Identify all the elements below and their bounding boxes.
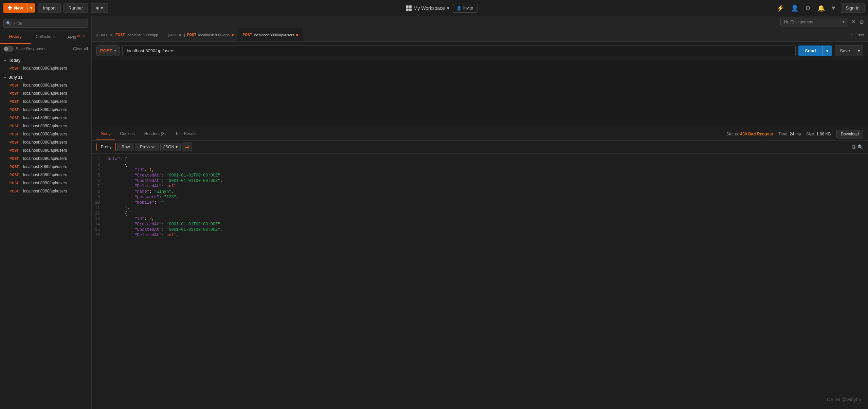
code-line: 12 { — [92, 211, 868, 216]
method-selector[interactable]: POST ▾ — [96, 45, 120, 56]
tab-headers[interactable]: Headers (3) — [140, 128, 170, 140]
send-button-group: Send ▾ — [798, 45, 832, 56]
workspace-button[interactable]: My Workspace ▾ — [406, 5, 449, 11]
raw-button[interactable]: Raw — [117, 143, 134, 151]
save-dropdown-button[interactable]: ▾ — [855, 45, 863, 56]
capture-button[interactable]: ⊕ ▾ — [91, 3, 108, 13]
gear-icon-btn[interactable]: ⚙ — [859, 19, 864, 25]
format-selector[interactable]: JSON ▾ — [160, 143, 181, 151]
bell-icon-btn[interactable]: 🔔 — [816, 3, 826, 13]
new-dropdown-button[interactable]: ▾ — [27, 3, 35, 13]
today-section-header[interactable]: ▼ Today — [0, 55, 91, 64]
list-item[interactable]: POSTlocalhost:8090/api/users — [0, 138, 91, 146]
toggle-knob — [4, 47, 8, 51]
code-line: 8 "name": "winyh", — [92, 189, 868, 194]
environment-label: No Environment — [784, 20, 813, 24]
main: 🔍 History Collections APIsBETA Save Resp… — [0, 16, 868, 409]
save-responses-label: Save Responses — [16, 47, 47, 51]
tab-req-3[interactable]: POST localhost:8090/api/users — [238, 28, 304, 41]
new-button-label: New — [14, 5, 23, 11]
save-button-group: Save ▾ — [835, 45, 863, 56]
tab-collections[interactable]: Collections — [31, 31, 61, 44]
add-tab-button[interactable]: + — [849, 31, 855, 39]
sidebar: 🔍 History Collections APIsBETA Save Resp… — [0, 16, 92, 409]
more-tabs-button[interactable]: ••• — [857, 31, 865, 39]
eye-icon-btn[interactable]: 👁 — [851, 19, 856, 25]
filter-input[interactable] — [3, 19, 88, 28]
method-arrow-icon: ▾ — [114, 49, 116, 53]
invite-icon: 👤 — [456, 6, 462, 11]
code-line: 14 "CreatedAt": "0001-01-01T00:00:00Z", — [92, 222, 868, 227]
list-item[interactable]: POSTlocalhost:8090/api/users — [0, 114, 91, 122]
heart-icon-btn[interactable]: ♥ — [830, 3, 837, 13]
search-icon: 🔍 — [6, 21, 11, 26]
save-button[interactable]: Save — [835, 45, 855, 56]
code-line: 13 "ID": 2, — [92, 216, 868, 222]
method-label: POST — [100, 48, 112, 53]
list-item[interactable]: POSTlocalhost:8090/api/users — [0, 171, 91, 179]
search-wrap: 🔍 — [3, 19, 88, 28]
env-chevron-icon: ▾ — [843, 20, 845, 24]
send-button[interactable]: Send — [798, 45, 823, 56]
unsaved-dot-active — [296, 34, 298, 36]
tab-history[interactable]: History — [0, 31, 31, 44]
person-icon-btn[interactable]: 👤 — [790, 3, 800, 13]
request-body — [92, 60, 868, 128]
tab-cookies[interactable]: Cookies — [115, 128, 139, 140]
july11-items: POSTlocalhost:8090/api/usersPOSTlocalhos… — [0, 81, 91, 195]
runner-button[interactable]: Runner — [64, 3, 88, 13]
code-line: 10 "mobile": "" — [92, 200, 868, 205]
tab-req-1[interactable]: [CONFLICT] POST localhost:3000/app — [92, 28, 163, 41]
tabs-actions: + ••• — [846, 31, 868, 39]
list-item[interactable]: POSTlocalhost:8090/api/users — [0, 130, 91, 138]
tab-body[interactable]: Body — [96, 128, 115, 140]
sidebar-search: 🔍 — [0, 16, 91, 31]
list-item[interactable]: POSTlocalhost:8090/api/users — [0, 122, 91, 130]
list-item[interactable]: POSTlocalhost:8090/api/users — [0, 81, 91, 89]
unsaved-dot — [232, 34, 234, 36]
list-item[interactable]: POSTlocalhost:8090/api/users — [0, 163, 91, 171]
list-item[interactable]: POSTlocalhost:8090/api/users — [0, 154, 91, 163]
response-area: Body Cookies Headers (3) Test Results St… — [92, 128, 868, 409]
code-line: 2"data": [ — [92, 156, 868, 162]
send-dropdown-button[interactable]: ▾ — [822, 45, 832, 56]
list-item[interactable]: POSTlocalhost:8090/api/users — [0, 187, 91, 195]
code-line: 16 "DeletedAt": null, — [92, 233, 868, 238]
format-arrow-icon: ▾ — [176, 145, 178, 149]
tab-test-results[interactable]: Test Results — [170, 128, 202, 140]
list-item[interactable]: POSTlocalhost:8090/api/users — [0, 97, 91, 106]
code-line: 5 "CreatedAt": "0001-01-01T00:00:00Z", — [92, 173, 868, 178]
list-item[interactable]: POST localhost:8090/api/users — [0, 64, 91, 72]
new-button[interactable]: ✚ New — [3, 3, 27, 13]
sign-in-button[interactable]: Sign In — [841, 3, 865, 13]
settings-icon-btn[interactable]: ⚙ — [804, 3, 812, 13]
code-line: 7 "DeletedAt": null, — [92, 184, 868, 189]
environment-selector[interactable]: No Environment ▾ — [780, 18, 848, 26]
save-responses-toggle-group: Save Responses — [3, 46, 47, 52]
tabs-bar: [CONFLICT] POST localhost:3000/app [CONF… — [92, 28, 868, 42]
word-wrap-button[interactable]: ⇌ — [182, 143, 192, 151]
july11-section-header[interactable]: ▼ July 11 — [0, 72, 91, 81]
list-item[interactable]: POSTlocalhost:8090/api/users — [0, 179, 91, 187]
topbar-center: My Workspace ▾ 👤 Invite — [111, 4, 773, 13]
workspace-icon — [406, 5, 412, 11]
format-right: ⧉ 🔍 — [852, 144, 863, 150]
lightning-icon-btn[interactable]: ⚡ — [775, 3, 785, 13]
list-item[interactable]: POSTlocalhost:8090/api/users — [0, 146, 91, 154]
download-button[interactable]: Download — [836, 130, 863, 138]
tab-req-2[interactable]: [CONFLICT] POST localhost:3000/app — [163, 28, 238, 41]
save-responses-toggle[interactable] — [3, 46, 14, 52]
code-line: 3 { — [92, 162, 868, 167]
pretty-button[interactable]: Pretty — [96, 143, 116, 151]
search-response-button[interactable]: 🔍 — [857, 144, 863, 150]
status-badge: 400 Bad Request — [740, 132, 773, 136]
clear-all-button[interactable]: Clear all — [73, 47, 88, 51]
list-item[interactable]: POSTlocalhost:8090/api/users — [0, 106, 91, 114]
tab-apis[interactable]: APIsBETA — [61, 31, 91, 44]
list-item[interactable]: POSTlocalhost:8090/api/users — [0, 89, 91, 97]
invite-button[interactable]: 👤 Invite — [452, 4, 477, 13]
preview-button[interactable]: Preview — [135, 143, 159, 151]
copy-button[interactable]: ⧉ — [852, 144, 855, 150]
url-input[interactable] — [122, 45, 795, 56]
import-button[interactable]: Import — [38, 3, 61, 13]
